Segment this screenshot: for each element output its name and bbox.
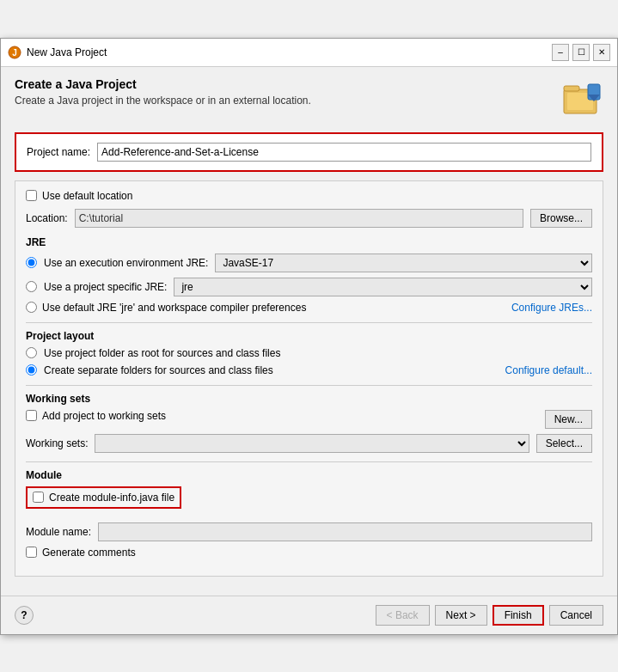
working-sets-field-row: Working sets: Select...: [26, 434, 592, 453]
project-name-label: Project name:: [27, 146, 90, 158]
create-module-row: Create module-info.java file: [26, 486, 181, 509]
jre-option1-row: Use an execution environment JRE: JavaSE…: [26, 254, 592, 272]
layout-option2-label: Create separate folders for sources and …: [44, 364, 273, 376]
project-layout-section: Project layout Use project folder as roo…: [26, 330, 592, 376]
jre-section-label: JRE: [26, 236, 592, 248]
page-title: Create a Java Project: [15, 77, 311, 91]
footer-right: < Back Next > Finish Cancel: [376, 605, 603, 626]
module-section: Module Create module-info.java file Modu…: [26, 469, 592, 559]
cancel-button[interactable]: Cancel: [549, 605, 603, 626]
jre-specific-select[interactable]: jre: [174, 278, 592, 296]
add-working-sets-checkbox[interactable]: [26, 410, 37, 421]
browse-button[interactable]: Browse...: [530, 209, 592, 228]
help-button[interactable]: ?: [15, 606, 34, 625]
location-row: Location: Browse...: [26, 209, 592, 228]
project-name-row: Project name:: [27, 143, 591, 162]
footer: ? < Back Next > Finish Cancel: [1, 596, 617, 634]
jre-option3-radio[interactable]: [26, 302, 37, 313]
use-default-location-checkbox[interactable]: [26, 190, 37, 201]
module-name-row: Module name:: [26, 522, 592, 541]
layout-option1-row: Use project folder as root for sources a…: [26, 347, 592, 359]
use-default-location-label: Use default location: [42, 190, 132, 202]
page-header: Create a Java Project Create a Java proj…: [15, 77, 603, 119]
module-label: Module: [26, 469, 592, 481]
main-window: J New Java Project – ☐ ✕ Create a Java P…: [0, 38, 618, 635]
module-name-input[interactable]: [98, 522, 592, 541]
jre-option2-row: Use a project specific JRE: jre: [26, 278, 592, 296]
create-module-label: Create module-info.java file: [49, 492, 174, 504]
window-title: New Java Project: [27, 46, 547, 58]
titlebar: J New Java Project – ☐ ✕: [1, 39, 617, 67]
layout-option1-radio[interactable]: [26, 347, 37, 358]
new-working-set-button[interactable]: New...: [545, 410, 592, 429]
app-icon: J: [8, 46, 21, 59]
create-module-checkbox[interactable]: [33, 492, 44, 503]
module-name-label: Module name:: [26, 526, 91, 538]
location-section: Use default location Location: Browse...…: [15, 180, 603, 577]
add-working-sets-label: Add project to working sets: [42, 410, 166, 422]
working-sets-field-label: Working sets:: [26, 437, 88, 449]
layout-option1-label: Use project folder as root for sources a…: [44, 347, 280, 359]
page-subtitle: Create a Java project in the workspace o…: [15, 95, 311, 107]
location-input[interactable]: [75, 209, 523, 228]
minimize-button[interactable]: –: [552, 44, 569, 61]
close-button[interactable]: ✕: [593, 44, 610, 61]
back-button[interactable]: < Back: [376, 605, 430, 626]
project-layout-label: Project layout: [26, 330, 592, 342]
generate-comments-label: Generate comments: [42, 547, 136, 559]
configure-jres-link[interactable]: Configure JREs...: [511, 302, 592, 314]
folder-icon: [562, 77, 603, 119]
layout-option2-radio[interactable]: [26, 364, 37, 376]
jre-option3-label: Use default JRE 'jre' and workspace comp…: [42, 302, 306, 314]
finish-button[interactable]: Finish: [493, 605, 544, 626]
jre-option3-row: Use default JRE 'jre' and workspace comp…: [26, 302, 592, 314]
working-sets-label: Working sets: [26, 393, 592, 405]
select-working-set-button[interactable]: Select...: [536, 434, 592, 453]
project-name-section: Project name:: [15, 132, 603, 172]
project-name-input[interactable]: [97, 143, 591, 162]
jre-option1-radio[interactable]: [26, 257, 37, 268]
jre-option2-radio[interactable]: [26, 281, 37, 292]
maximize-button[interactable]: ☐: [572, 44, 590, 61]
configure-default-link[interactable]: Configure default...: [505, 364, 592, 376]
add-working-sets-row: Add project to working sets: [26, 410, 166, 422]
window-controls: – ☐ ✕: [552, 44, 610, 61]
page-header-text: Create a Java Project Create a Java proj…: [15, 77, 311, 107]
svg-rect-3: [564, 86, 579, 91]
footer-left: ?: [15, 606, 34, 625]
main-content: Create a Java Project Create a Java proj…: [1, 67, 617, 596]
jre-section: JRE Use an execution environment JRE: Ja…: [26, 236, 592, 314]
svg-text:J: J: [12, 48, 17, 58]
jre-environment-select[interactable]: JavaSE-17: [215, 254, 592, 272]
working-sets-select[interactable]: [95, 434, 529, 453]
jre-option2-label: Use a project specific JRE:: [44, 281, 167, 293]
jre-option1-label: Use an execution environment JRE:: [44, 257, 208, 269]
generate-comments-checkbox[interactable]: [26, 547, 37, 558]
location-label: Location:: [26, 212, 68, 224]
default-location-row: Use default location: [26, 190, 592, 202]
working-sets-section: Working sets Add project to working sets…: [26, 393, 592, 453]
generate-comments-row: Generate comments: [26, 547, 592, 559]
next-button[interactable]: Next >: [435, 605, 487, 626]
